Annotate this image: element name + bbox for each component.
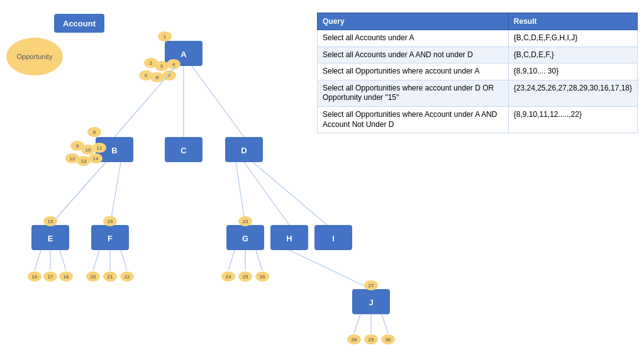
svg-line-23 [35, 250, 41, 270]
svg-text:5: 5 [145, 73, 148, 79]
table-cell-result: {8,9,10.... 30} [508, 63, 637, 80]
table-header-result: Result [508, 13, 637, 30]
legend-opportunity-label: Opportunity [17, 53, 53, 60]
svg-text:17: 17 [48, 274, 53, 280]
svg-text:25: 25 [243, 274, 248, 280]
legend-account-label: Account [63, 19, 96, 28]
svg-text:23: 23 [243, 219, 248, 224]
svg-line-17 [50, 162, 106, 225]
svg-text:27: 27 [369, 283, 374, 288]
svg-text:18: 18 [64, 274, 69, 280]
svg-text:1: 1 [164, 34, 167, 40]
table-row: Select all Accounts under A{B,C,D,E,F,G,… [318, 30, 638, 47]
svg-line-20 [244, 162, 289, 225]
svg-text:15: 15 [48, 219, 53, 224]
svg-line-37 [228, 250, 235, 270]
table-cell-query: Select all Accounts under A [318, 30, 509, 47]
svg-text:2: 2 [150, 60, 153, 66]
diagram-svg: Account Opportunity A 1 2 3 4 5 6 7 B 8 … [0, 0, 302, 362]
svg-text:29: 29 [369, 337, 374, 343]
svg-text:8: 8 [93, 129, 96, 135]
table-cell-query: Select all Opportunities where account u… [318, 80, 509, 106]
svg-text:10: 10 [86, 147, 91, 153]
svg-text:3: 3 [160, 63, 164, 69]
svg-line-25 [60, 250, 66, 270]
svg-line-45 [354, 314, 360, 333]
svg-text:21: 21 [108, 274, 113, 280]
node-A-label: A [180, 50, 187, 59]
svg-line-43 [289, 250, 371, 289]
table-row: Select all Opportunities where account u… [318, 63, 638, 80]
svg-text:19: 19 [108, 219, 113, 224]
svg-text:22: 22 [125, 274, 130, 280]
table-row: Select all Accounts under A AND not unde… [318, 47, 638, 63]
node-I-label: I [332, 234, 335, 243]
svg-text:12: 12 [70, 156, 75, 162]
table-cell-query: Select all Accounts under A AND not unde… [318, 47, 509, 63]
node-G-label: G [242, 234, 248, 243]
table-row: Select all Opportunities where account u… [318, 80, 638, 106]
node-D-label: D [241, 146, 247, 155]
svg-text:9: 9 [76, 143, 79, 149]
table-cell-result: {B,C,D,E,F,G,H,I,J} [508, 30, 637, 47]
svg-line-21 [253, 162, 327, 225]
node-H-label: H [286, 234, 292, 243]
node-J-label: J [369, 298, 373, 307]
svg-text:4: 4 [172, 62, 175, 67]
svg-text:13: 13 [81, 158, 87, 164]
svg-text:11: 11 [97, 145, 103, 151]
node-F-label: F [108, 234, 113, 243]
svg-line-32 [121, 250, 127, 270]
table-row: Select all Opportunities where Account u… [318, 106, 638, 133]
node-B-label: B [111, 146, 117, 155]
svg-line-9 [192, 66, 244, 137]
svg-text:30: 30 [386, 337, 391, 343]
svg-text:6: 6 [156, 75, 159, 80]
svg-line-47 [382, 314, 388, 333]
table-cell-result: {8,9,10,11,12.....,22} [508, 106, 637, 133]
svg-text:24: 24 [226, 274, 231, 280]
svg-line-30 [93, 250, 99, 270]
svg-text:28: 28 [352, 337, 357, 343]
svg-text:20: 20 [91, 274, 96, 280]
svg-line-39 [256, 250, 262, 270]
table-cell-query: Select all Opportunities where Account u… [318, 106, 509, 133]
svg-text:14: 14 [93, 156, 99, 162]
table-header-query: Query [318, 13, 509, 30]
table-cell-result: {23,24,25,26,27,28,29,30,16,17,18} [508, 80, 637, 106]
svg-text:16: 16 [32, 274, 38, 280]
node-E-label: E [48, 234, 53, 243]
svg-line-18 [110, 162, 121, 225]
query-table-container: Query Result Select all Accounts under A… [317, 13, 638, 133]
svg-line-19 [236, 162, 245, 225]
table-cell-result: {B,C,D,E,F,} [508, 47, 637, 63]
table-cell-query: Select all Opportunities where account u… [318, 63, 509, 80]
query-result-table: Query Result Select all Accounts under A… [317, 13, 638, 133]
node-C-label: C [180, 146, 187, 155]
svg-text:26: 26 [260, 274, 265, 280]
